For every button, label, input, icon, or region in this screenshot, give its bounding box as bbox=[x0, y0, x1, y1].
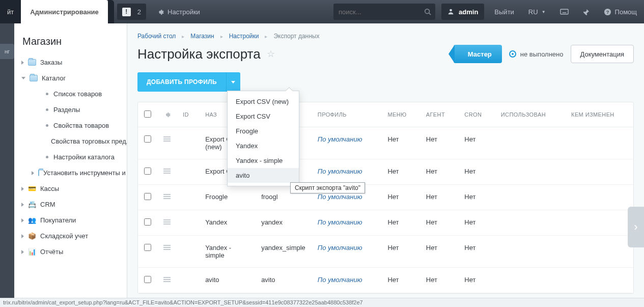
search-icon bbox=[424, 8, 431, 16]
search-box[interactable] bbox=[333, 4, 435, 20]
tab-site[interactable]: йт bbox=[0, 0, 21, 23]
exclaim-icon: ! bbox=[122, 8, 131, 16]
search-input[interactable] bbox=[339, 4, 424, 19]
gear-icon bbox=[156, 8, 164, 16]
pin-icon[interactable] bbox=[576, 0, 597, 23]
keyboard-icon[interactable] bbox=[553, 0, 576, 23]
notif-count: 2 bbox=[137, 8, 141, 16]
svg-point-0 bbox=[425, 9, 430, 13]
svg-text:?: ? bbox=[606, 10, 609, 15]
user-icon bbox=[447, 8, 455, 16]
settings-link[interactable]: Настройки bbox=[149, 0, 207, 23]
tab-admin[interactable]: Администрирование bbox=[21, 0, 108, 23]
help-link[interactable]: ? Помощ bbox=[597, 0, 644, 23]
svg-rect-3 bbox=[561, 9, 568, 14]
user-menu[interactable]: admin bbox=[441, 4, 484, 20]
notifications-button[interactable]: ! 2 bbox=[117, 4, 146, 20]
svg-point-2 bbox=[450, 9, 452, 11]
topbar: йт Администрирование ! 2 Настройки admin… bbox=[0, 0, 644, 23]
svg-line-1 bbox=[429, 13, 431, 15]
lang-switch[interactable]: RU ▼ bbox=[521, 0, 553, 23]
logout-link[interactable]: Выйти bbox=[487, 0, 521, 23]
help-icon: ? bbox=[604, 8, 611, 16]
